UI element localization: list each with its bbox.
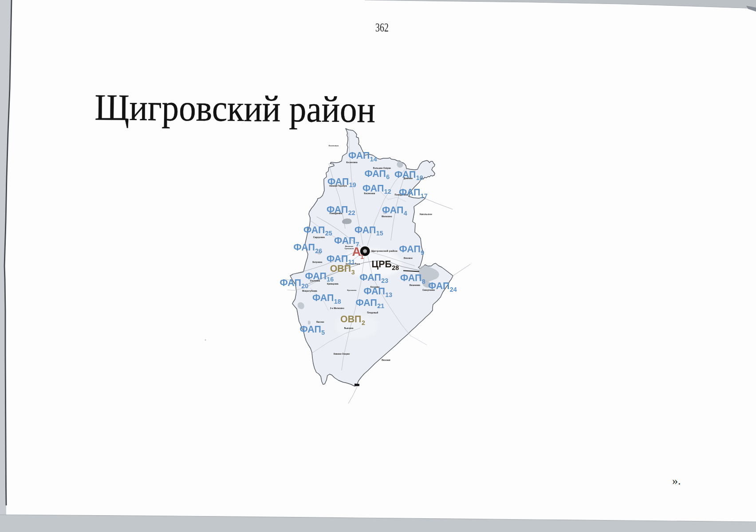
svg-text:Басово: Басово bbox=[316, 321, 324, 323]
svg-text:Сидоровка: Сидоровка bbox=[313, 236, 325, 239]
svg-text:Кривцовка: Кривцовка bbox=[327, 283, 339, 285]
svg-text:ФАП8: ФАП8 bbox=[400, 273, 425, 285]
svg-text:Никольское: Никольское bbox=[420, 213, 432, 215]
svg-text:ФАП9: ФАП9 bbox=[399, 244, 425, 256]
svg-text:Вишневка: Вишневка bbox=[410, 284, 420, 286]
svg-text:Мелехино: Мелехино bbox=[382, 215, 392, 218]
svg-text:2-е Мелехино: 2-е Мелехино bbox=[330, 307, 344, 309]
svg-text:Хитровка: Хитровка bbox=[312, 261, 323, 263]
svg-text:Быковка: Быковка bbox=[344, 327, 354, 329]
svg-text:ФАП4: ФАП4 bbox=[382, 205, 407, 217]
svg-text:Мокрогубовка: Мокрогубовка bbox=[302, 289, 317, 292]
svg-text:ФАП14: ФАП14 bbox=[348, 150, 377, 163]
svg-text:Вязовое: Вязовое bbox=[404, 257, 413, 259]
svg-text:ФАП6: ФАП6 bbox=[365, 168, 390, 181]
svg-text:Куськино: Куськино bbox=[347, 289, 356, 291]
svg-text:Плодовый: Плодовый bbox=[367, 311, 378, 314]
svg-text:Щигровский район: Щигровский район bbox=[371, 250, 398, 252]
svg-text:Казановка: Казановка bbox=[329, 145, 339, 147]
svg-text:ФАП17: ФАП17 bbox=[399, 187, 428, 200]
svg-text:Косиновка: Косиновка bbox=[346, 161, 357, 164]
svg-text:ФАП5: ФАП5 bbox=[300, 324, 325, 336]
svg-text:Нижние Озерки: Нижние Озерки bbox=[334, 353, 350, 355]
svg-text:Вязовая: Вязовая bbox=[382, 359, 390, 361]
svg-text:ФАП24: ФАП24 bbox=[428, 281, 457, 293]
